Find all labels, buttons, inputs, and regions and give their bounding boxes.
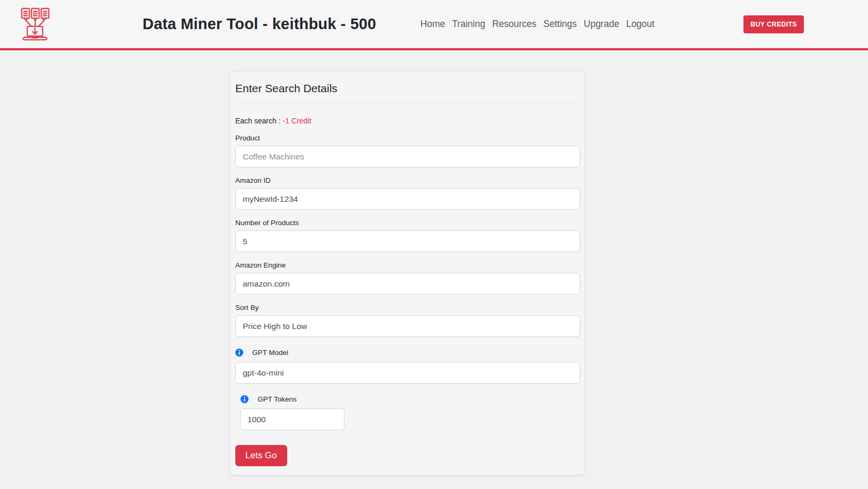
product-input[interactable] xyxy=(235,146,580,167)
amazon-id-label: Amazon ID xyxy=(235,176,579,184)
gpt-tokens-label: GPT Tokens xyxy=(258,395,297,403)
documents-download-to-laptop-icon xyxy=(19,7,51,42)
nav-home[interactable]: Home xyxy=(420,19,445,30)
buy-credits-button[interactable]: BUY CREDITS xyxy=(743,15,804,33)
card-title: Enter Search Details xyxy=(235,79,579,103)
lets-go-button[interactable]: Lets Go xyxy=(235,445,287,466)
amazon-engine-label: Amazon Engine xyxy=(235,261,579,269)
search-details-card: Enter Search Details Each search :-1 Cre… xyxy=(229,71,585,475)
amazon-engine-field-group: Amazon Engine xyxy=(235,261,579,295)
number-of-products-field-group: Number of Products xyxy=(235,219,579,252)
sort-by-input[interactable] xyxy=(235,315,580,337)
nav-training[interactable]: Training xyxy=(452,19,485,30)
app-logo xyxy=(19,7,51,42)
gpt-model-label: GPT Model xyxy=(252,349,288,357)
amazon-id-input[interactable] xyxy=(235,188,580,210)
product-label: Product xyxy=(235,134,579,142)
number-of-products-label: Number of Products xyxy=(235,219,579,227)
sort-by-field-group: Sort By xyxy=(235,304,579,337)
amazon-id-field-group: Amazon ID xyxy=(235,176,579,210)
cost-value: -1 Credit xyxy=(283,117,312,125)
search-cost-line: Each search :-1 Credit xyxy=(235,117,579,125)
info-icon[interactable] xyxy=(235,349,243,357)
main-nav: Home Training Resources Settings Upgrade… xyxy=(420,19,654,30)
main-content: Enter Search Details Each search :-1 Cre… xyxy=(0,50,868,475)
amazon-engine-input[interactable] xyxy=(235,273,580,295)
gpt-model-input[interactable] xyxy=(235,362,580,384)
nav-upgrade[interactable]: Upgrade xyxy=(584,19,619,30)
info-icon[interactable] xyxy=(241,395,249,403)
nav-resources[interactable]: Resources xyxy=(492,19,537,30)
nav-settings[interactable]: Settings xyxy=(543,19,577,30)
gpt-tokens-field-group: GPT Tokens xyxy=(235,395,579,430)
sort-by-label: Sort By xyxy=(235,304,579,312)
number-of-products-input[interactable] xyxy=(235,230,580,252)
product-field-group: Product xyxy=(235,134,579,167)
cost-label: Each search : xyxy=(235,117,281,125)
gpt-tokens-input[interactable] xyxy=(240,408,344,430)
header: Data Miner Tool - keithbuk - 500 Home Tr… xyxy=(0,0,868,50)
nav-logout[interactable]: Logout xyxy=(626,19,655,30)
gpt-model-label-row: GPT Model xyxy=(235,349,579,357)
page-title: Data Miner Tool - keithbuk - 500 xyxy=(143,15,376,33)
gpt-model-field-group: GPT Model xyxy=(235,349,579,384)
gpt-tokens-label-row: GPT Tokens xyxy=(235,395,579,403)
